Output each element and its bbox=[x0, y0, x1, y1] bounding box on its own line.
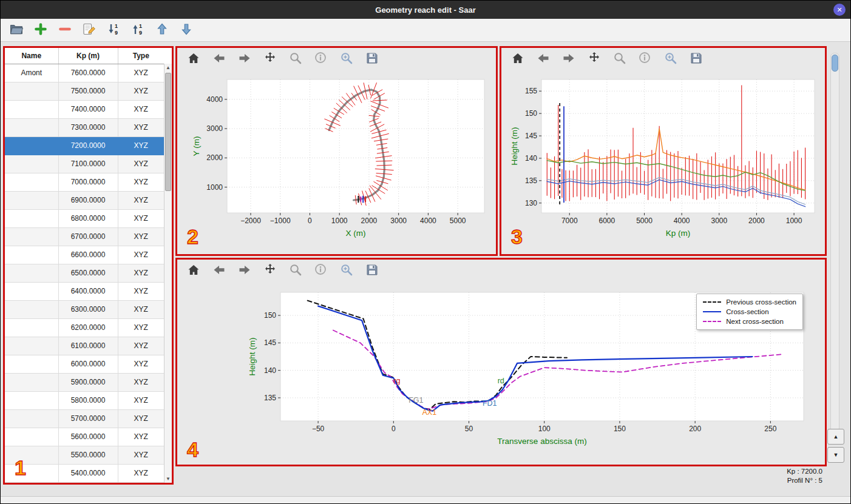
table-cell[interactable]: XYZ bbox=[118, 300, 164, 318]
table-row[interactable]: 7200.0000XYZ bbox=[5, 136, 164, 155]
table-row[interactable]: 6600.0000XYZ bbox=[5, 246, 164, 264]
move-down-button[interactable] bbox=[178, 22, 195, 39]
table-row[interactable]: 5400.0000XYZ bbox=[5, 464, 164, 482]
table-row[interactable]: 6200.0000XYZ bbox=[5, 318, 164, 337]
table-cell[interactable] bbox=[5, 373, 58, 391]
zoom-to-rect-button[interactable] bbox=[339, 52, 354, 67]
add-button[interactable] bbox=[32, 22, 49, 39]
table-row[interactable]: 6800.0000XYZ bbox=[5, 209, 164, 227]
customize-button[interactable] bbox=[637, 52, 653, 67]
table-cell[interactable] bbox=[5, 300, 58, 318]
back-button[interactable] bbox=[211, 263, 227, 279]
table-row[interactable]: 7300.0000XYZ bbox=[5, 118, 164, 136]
forward-button[interactable] bbox=[237, 52, 253, 67]
table-cell[interactable]: XYZ bbox=[118, 446, 164, 464]
table-cell[interactable]: 7500.0000 bbox=[58, 82, 118, 100]
home-button[interactable] bbox=[186, 263, 202, 279]
table-row[interactable]: 6400.0000XYZ bbox=[5, 282, 164, 300]
table-cell[interactable]: 6200.0000 bbox=[58, 318, 118, 337]
sort-ascending-button[interactable]: 19 bbox=[105, 22, 122, 39]
table-cell[interactable]: 6600.0000 bbox=[58, 246, 118, 264]
table-row[interactable]: 5800.0000XYZ bbox=[5, 391, 164, 409]
table-cell[interactable]: 5600.0000 bbox=[58, 428, 118, 446]
zoom-button[interactable] bbox=[288, 52, 303, 67]
table-cell[interactable] bbox=[5, 337, 58, 355]
table-cell[interactable]: 7400.0000 bbox=[58, 100, 118, 118]
table-cell[interactable]: 6500.0000 bbox=[58, 264, 118, 282]
table-row[interactable]: 7500.0000XYZ bbox=[5, 82, 164, 100]
table-cell[interactable] bbox=[5, 446, 58, 464]
profile-down-button[interactable]: ▼ bbox=[827, 447, 844, 463]
table-cell[interactable]: XYZ bbox=[118, 246, 164, 264]
save-button[interactable] bbox=[364, 263, 380, 279]
pan-button[interactable] bbox=[262, 263, 278, 279]
column-header[interactable]: Name bbox=[5, 48, 58, 64]
table-cell[interactable] bbox=[5, 173, 58, 191]
table-cell[interactable]: XYZ bbox=[118, 355, 164, 373]
scroll-up-icon[interactable]: ▲ bbox=[164, 65, 172, 70]
table-cell[interactable]: XYZ bbox=[118, 209, 164, 227]
table-cell[interactable]: 5500.0000 bbox=[58, 446, 118, 464]
table-cell[interactable] bbox=[5, 409, 58, 428]
table-row[interactable]: 6300.0000XYZ bbox=[5, 300, 164, 318]
zoom-button[interactable] bbox=[288, 263, 303, 279]
window-scrollbar-thumb[interactable] bbox=[832, 55, 838, 72]
table-row[interactable]: 5900.0000XYZ bbox=[5, 373, 164, 391]
table-row[interactable]: 7400.0000XYZ bbox=[5, 100, 164, 118]
customize-button[interactable] bbox=[313, 263, 329, 279]
table-cell[interactable]: XYZ bbox=[118, 64, 164, 82]
table-cell[interactable]: XYZ bbox=[118, 464, 164, 482]
table-cell[interactable] bbox=[5, 464, 58, 482]
save-button[interactable] bbox=[688, 52, 704, 67]
table-cell[interactable] bbox=[5, 209, 58, 227]
zoom-to-rect-button[interactable] bbox=[663, 52, 679, 67]
forward-button[interactable] bbox=[237, 263, 253, 279]
table-cell[interactable]: XYZ bbox=[118, 100, 164, 118]
table-row[interactable]: 6500.0000XYZ bbox=[5, 264, 164, 282]
table-cell[interactable] bbox=[5, 118, 58, 136]
table-cell[interactable]: 6800.0000 bbox=[58, 209, 118, 227]
table-cell[interactable]: 7600.0000 bbox=[58, 64, 118, 82]
customize-button[interactable] bbox=[313, 52, 329, 67]
scroll-down-icon[interactable]: ▼ bbox=[164, 476, 172, 482]
table-cell[interactable] bbox=[5, 100, 58, 118]
table-cell[interactable]: XYZ bbox=[118, 155, 164, 173]
table-row[interactable]: 7100.0000XYZ bbox=[5, 155, 164, 173]
zoom-button[interactable] bbox=[612, 52, 628, 67]
table-cell[interactable]: XYZ bbox=[118, 373, 164, 391]
table-cell[interactable]: XYZ bbox=[118, 227, 164, 246]
remove-button[interactable] bbox=[56, 22, 73, 39]
table-cell[interactable]: 7300.0000 bbox=[58, 118, 118, 136]
table-cell[interactable]: XYZ bbox=[118, 428, 164, 446]
column-header[interactable]: Type bbox=[118, 48, 164, 64]
pan-button[interactable] bbox=[586, 52, 602, 67]
table-cell[interactable]: 6000.0000 bbox=[58, 355, 118, 373]
edit-button[interactable] bbox=[81, 22, 98, 39]
column-header[interactable]: Kp (m) bbox=[58, 48, 118, 64]
back-button[interactable] bbox=[211, 52, 227, 67]
table-cell[interactable] bbox=[5, 136, 58, 155]
close-button[interactable]: ✕ bbox=[833, 4, 846, 16]
zoom-to-rect-button[interactable] bbox=[339, 263, 354, 279]
table-cell[interactable]: XYZ bbox=[118, 282, 164, 300]
window-scrollbar[interactable] bbox=[830, 53, 839, 432]
table-cell[interactable]: 7100.0000 bbox=[58, 155, 118, 173]
table-cell[interactable]: 5900.0000 bbox=[58, 373, 118, 391]
table-cell[interactable]: XYZ bbox=[118, 318, 164, 337]
open-button[interactable] bbox=[8, 22, 25, 39]
table-cell[interactable]: 5800.0000 bbox=[58, 391, 118, 409]
table-cell[interactable]: XYZ bbox=[118, 173, 164, 191]
table-row[interactable]: 6900.0000XYZ bbox=[5, 191, 164, 209]
profile-view-plot[interactable]: 7000600050004000300020001000130135140145… bbox=[501, 71, 825, 253]
table-row[interactable]: 5500.0000XYZ bbox=[5, 446, 164, 464]
table-cell[interactable]: 6100.0000 bbox=[58, 337, 118, 355]
table-cell[interactable]: XYZ bbox=[118, 118, 164, 136]
table-cell[interactable]: XYZ bbox=[118, 409, 164, 428]
table-cell[interactable]: XYZ bbox=[118, 82, 164, 100]
table-cell[interactable] bbox=[5, 246, 58, 264]
move-up-button[interactable] bbox=[154, 22, 171, 39]
table-row[interactable]: 7000.0000XYZ bbox=[5, 173, 164, 191]
table-cell[interactable]: 6900.0000 bbox=[58, 191, 118, 209]
back-button[interactable] bbox=[535, 52, 551, 67]
table-cell[interactable]: 7200.0000 bbox=[58, 136, 118, 155]
